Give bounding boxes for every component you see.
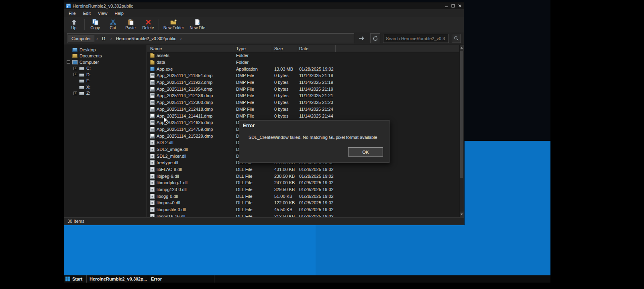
tree-item-e[interactable]: E:	[64, 78, 147, 84]
delete-button[interactable]: Delete	[139, 17, 157, 32]
breadcrumb-segment-drive[interactable]: D:	[100, 35, 108, 42]
file-icon	[150, 214, 155, 217]
file-size: 212.50 KB	[272, 214, 297, 217]
column-header-type[interactable]: Type	[234, 45, 272, 52]
tree-item-desktop[interactable]: Desktop	[64, 47, 147, 53]
file-row-libopus-0-dll[interactable]: libopus-0.dll DLL File 122.00 KB 01/28/2…	[147, 199, 459, 206]
menu-view[interactable]: View	[94, 10, 111, 16]
column-header-name[interactable]: Name	[147, 45, 234, 52]
file-name: App.exe	[157, 67, 173, 71]
new-folder-button[interactable]: New Folder	[161, 17, 187, 32]
maximize-button[interactable]	[450, 3, 456, 8]
file-row-app-20251114-211854-dmp[interactable]: App_20251114_211854.dmp DMP File 0 bytes…	[147, 72, 459, 79]
up-button[interactable]: Up	[65, 17, 83, 32]
search-input[interactable]	[383, 34, 448, 43]
breadcrumb-segment-folder[interactable]: HeroineRumble2_v0.302public	[114, 35, 178, 42]
tree-item-label: X:	[86, 85, 90, 90]
up-arrow-icon	[71, 19, 77, 25]
file-row-app-exe[interactable]: App.exe Application 13.03 MB 01/28/2025 …	[147, 65, 459, 72]
scrollbar[interactable]	[459, 45, 464, 217]
menu-help[interactable]: Help	[111, 10, 127, 16]
window-titlebar[interactable]: HeroineRumble2_v0.302public	[64, 2, 464, 9]
column-header-size[interactable]: Size	[272, 45, 297, 52]
file-type: DMP File	[234, 87, 272, 92]
file-row-libflac-8-dll[interactable]: libFLAC-8.dll DLL File 431.00 KB 01/28/2…	[147, 166, 459, 173]
close-button[interactable]	[457, 3, 463, 8]
tree-item-computer[interactable]: - Computer	[64, 59, 147, 65]
file-row-assets[interactable]: assets Folder	[147, 52, 459, 59]
menu-edit[interactable]: Edit	[79, 10, 94, 16]
new-folder-icon	[170, 19, 177, 25]
file-row-libpng16-16-dll[interactable]: libpng16-16.dll DLL File 212.50 KB 01/28…	[147, 213, 459, 218]
column-header-date[interactable]: Date	[297, 45, 336, 52]
wallpaper-highlight-bottom-right	[316, 225, 550, 275]
taskbar-item-error[interactable]: Error	[148, 275, 214, 283]
file-size: 0 bytes	[272, 107, 297, 112]
tree-expander[interactable]: +	[73, 92, 77, 95]
tree-item-icon	[79, 73, 84, 77]
file-icon	[150, 154, 155, 159]
file-icon	[150, 187, 155, 192]
file-date: 11/14/2025 21:19	[297, 87, 336, 92]
file-row-libogg-0-dll[interactable]: libogg-0.dll DLL File 51.00 KB 01/28/202…	[147, 193, 459, 199]
scrollbar-up-button[interactable]	[460, 45, 464, 51]
triangle-down-icon	[461, 214, 463, 215]
start-button[interactable]: Start	[64, 275, 87, 283]
paste-button[interactable]: Paste	[122, 17, 139, 32]
file-row-libopusfile-0-dll[interactable]: libopusfile-0.dll DLL File 45.50 KB 01/2…	[147, 206, 459, 213]
mouse-cursor	[163, 116, 169, 126]
go-button[interactable]	[357, 33, 367, 43]
minimize-button[interactable]	[443, 3, 449, 8]
tree-item-c[interactable]: + C:	[64, 65, 147, 72]
wallpaper-highlight-bottom-left	[64, 225, 316, 275]
dialog-ok-button[interactable]: OK	[348, 147, 383, 157]
file-row-app-20251114-211954-dmp[interactable]: App_20251114_211954.dmp DMP File 0 bytes…	[147, 85, 459, 92]
tree-expander[interactable]: +	[73, 73, 77, 76]
taskbar-item-heroinerumble[interactable]: HeroineRumble2_v0.302p...	[87, 275, 148, 283]
file-row-app-20251114-214411-dmp[interactable]: App_20251114_214411.dmp DMP File 0 bytes…	[147, 112, 459, 119]
file-date: 11/14/2025 21:44	[297, 114, 336, 118]
file-name: App_20251114_215229.dmp	[157, 134, 213, 138]
new-file-icon	[194, 19, 201, 25]
file-row-app-20251114-212300-dmp[interactable]: App_20251114_212300.dmp DMP File 0 bytes…	[147, 99, 459, 106]
new-file-button[interactable]: New File	[187, 17, 208, 32]
copy-button[interactable]: Copy	[86, 17, 104, 32]
tree-item-icon	[79, 67, 84, 70]
file-icon	[150, 194, 155, 199]
tree-item-icon	[72, 48, 77, 52]
file-row-data[interactable]: data Folder	[147, 59, 459, 66]
breadcrumb-segment-computer[interactable]: Computer	[68, 35, 94, 42]
search-button[interactable]	[452, 34, 461, 43]
cut-button[interactable]: Cut	[104, 17, 122, 32]
tree-item-x[interactable]: X:	[64, 84, 147, 90]
file-row-app-20251114-212418-dmp[interactable]: App_20251114_212418.dmp DMP File 0 bytes…	[147, 106, 459, 113]
scrollbar-thumb[interactable]	[460, 51, 463, 178]
file-row-libmodplug-1-dll[interactable]: libmodplug-1.dll DLL File 247.00 KB 01/2…	[147, 179, 459, 186]
file-row-libjpeg-9-dll[interactable]: libjpeg-9.dll DLL File 238.50 KB 01/28/2…	[147, 173, 459, 179]
tree-expander[interactable]: +	[73, 67, 77, 70]
file-icon	[150, 180, 155, 185]
toolbar: Up Copy Cut Paste	[64, 17, 464, 32]
file-name: freetype.dll	[157, 160, 178, 165]
menu-file[interactable]: File	[65, 10, 79, 16]
file-name: libjpeg-9.dll	[157, 174, 179, 179]
file-row-app-20251114-211922-dmp[interactable]: App_20251114_211922.dmp DMP File 0 bytes…	[147, 79, 459, 86]
file-size: 45.50 KB	[272, 207, 297, 212]
refresh-button[interactable]	[370, 33, 380, 43]
tree-item-z[interactable]: + Z:	[64, 90, 147, 97]
chevron-right-icon: ›	[108, 36, 114, 41]
file-size: 0 bytes	[272, 87, 297, 92]
file-icon	[150, 67, 155, 71]
file-row-libmpg123-0-dll[interactable]: libmpg123-0.dll DLL File 329.50 KB 01/28…	[147, 186, 459, 193]
status-item-count: 30 Items	[67, 219, 84, 224]
file-icon	[150, 140, 155, 145]
file-size: 13.03 MB	[272, 67, 297, 71]
tree-item-documents[interactable]: Documents	[64, 53, 147, 59]
scrollbar-down-button[interactable]	[460, 212, 464, 217]
search-icon	[454, 36, 459, 41]
file-name: libopus-0.dll	[157, 200, 180, 205]
tree-expander[interactable]: -	[67, 60, 70, 64]
file-row-app-20251114-212136-dmp[interactable]: App_20251114_212136.dmp DMP File 0 bytes…	[147, 92, 459, 99]
maximize-icon	[451, 4, 455, 8]
tree-item-d[interactable]: + D:	[64, 71, 147, 78]
